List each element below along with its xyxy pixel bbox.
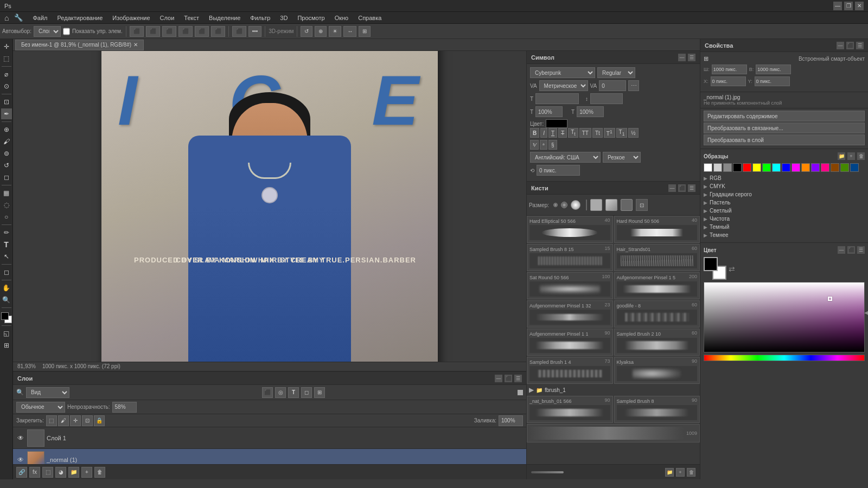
marquee-tool[interactable]: ⬚ <box>1 53 12 64</box>
menu-select[interactable]: Выделение <box>205 14 245 22</box>
color-picker-area[interactable] <box>704 282 865 352</box>
color-menu-btn[interactable]: ☰ <box>857 246 865 254</box>
layer-type-icon[interactable]: T <box>288 387 299 398</box>
swatch-pink[interactable] <box>821 163 829 172</box>
brush-item-sampled8[interactable]: Sampled Brush 8 15 15 <box>527 244 613 271</box>
swatches-add-btn[interactable]: + <box>847 152 855 160</box>
underline-btn[interactable]: T <box>548 128 557 138</box>
swatch-magenta[interactable] <box>792 163 800 172</box>
subscript-btn[interactable]: T1 <box>616 128 628 138</box>
lock-all-btn[interactable]: 🔒 <box>94 415 105 426</box>
swatch-group-rgb[interactable]: ▶ RGB <box>704 174 865 182</box>
swatch-group-gray[interactable]: ▶ Градации серого <box>704 190 865 198</box>
quick-select-tool[interactable]: ⊙ <box>1 81 12 92</box>
color-hue-bar[interactable] <box>704 355 865 361</box>
pen-tool[interactable]: ✏ <box>1 227 12 238</box>
close-button[interactable]: ✕ <box>855 2 864 10</box>
brush-item-nat[interactable]: _nat_brush_01 566 90 <box>527 396 613 423</box>
brushes-menu-btn[interactable]: ☰ <box>688 184 695 192</box>
layer-row-1[interactable]: 👁 Слой 1 <box>13 427 526 449</box>
caps-btn[interactable]: TT <box>579 128 591 138</box>
eyedropper-tool[interactable]: ✒ <box>1 108 12 119</box>
menu-layers[interactable]: Слои <box>156 14 179 22</box>
swatch-blue[interactable] <box>782 163 790 172</box>
mask-mode-btn[interactable]: ◱ <box>1 328 12 339</box>
scale-v-input[interactable] <box>577 106 604 117</box>
crop-tool[interactable]: ⊡ <box>1 97 12 107</box>
bold-btn[interactable]: B <box>530 128 539 138</box>
shape-tool[interactable]: ◻ <box>1 267 12 278</box>
healing-tool[interactable]: ⊕ <box>1 124 12 135</box>
align-middle-btn[interactable]: ⬛ <box>195 26 209 37</box>
opacity-input[interactable] <box>112 402 137 413</box>
brush-circle-xl[interactable] <box>605 199 617 211</box>
add-layer-btn[interactable]: + <box>81 467 92 478</box>
zero-input[interactable] <box>537 165 580 176</box>
menu-file[interactable]: Файл <box>28 14 52 22</box>
brush-circle-l[interactable] <box>590 199 602 211</box>
more-options-btn[interactable]: ••• <box>248 26 262 37</box>
brush-options-btn[interactable]: ⊡ <box>636 199 648 211</box>
swatch-group-dark[interactable]: ▶ Темный <box>704 223 865 231</box>
brush-circle-s[interactable] <box>561 202 567 208</box>
symbol-collapse-btn[interactable]: — <box>678 54 686 61</box>
layer-shape-icon[interactable]: ◻ <box>301 387 312 398</box>
link-layers-btn[interactable]: 🔗 <box>16 467 27 478</box>
fg-color-swatch[interactable] <box>704 257 718 271</box>
lasso-tool[interactable]: ⌀ <box>1 69 12 80</box>
camera-btn[interactable]: ⊕ <box>315 26 327 37</box>
brush-item-goodlife[interactable]: goodlife - 8 60 <box>614 300 700 328</box>
color-reset-btn[interactable]: ⇄ <box>729 265 735 273</box>
type-tool[interactable]: T <box>1 239 12 250</box>
menu-view[interactable]: Просмотр <box>293 14 329 22</box>
clone-tool[interactable]: ⊚ <box>1 148 12 159</box>
move-3d-btn[interactable]: ↔ <box>343 26 356 37</box>
add-style-btn[interactable]: fx <box>29 467 40 478</box>
foreground-color[interactable] <box>1 312 12 323</box>
properties-collapse-btn[interactable]: — <box>837 42 844 49</box>
swatches-delete-btn[interactable]: 🗑 <box>857 152 865 160</box>
brushes-folder-1[interactable]: ▶ 📁 fbrush_1 <box>527 384 700 396</box>
small-caps-btn[interactable]: Tt <box>592 128 603 138</box>
hand-tool[interactable]: ✋ <box>1 282 12 293</box>
italic-btn[interactable]: I <box>540 128 547 138</box>
leading-input[interactable]: (Авто) <box>590 93 623 104</box>
light-btn[interactable]: ☀ <box>329 26 341 37</box>
brush-circle-xs[interactable] <box>553 203 558 207</box>
lock-transparent-btn[interactable]: ⬚ <box>46 415 57 426</box>
strikethrough-btn[interactable]: T <box>558 128 567 138</box>
lock-artboard-btn[interactable]: ⊡ <box>82 415 93 426</box>
swatch-group-darker[interactable]: ▶ Темнее <box>704 231 865 239</box>
properties-menu-btn[interactable]: ☰ <box>856 42 864 49</box>
menu-3d[interactable]: 3D <box>276 14 292 22</box>
eraser-tool[interactable]: ◻ <box>1 172 12 183</box>
lock-position-btn[interactable]: ✛ <box>70 415 81 426</box>
canvas-tab-main[interactable]: Без имени-1 @ 81,9% (_normal (1), RGB/8#… <box>15 40 144 50</box>
brush-circle-xxl[interactable] <box>621 199 633 211</box>
brushes-expand-btn[interactable]: ⬛ <box>678 184 686 192</box>
layers-expand-btn[interactable]: ⬛ <box>505 375 512 382</box>
layer-normal-visibility[interactable]: 👁 <box>16 455 25 464</box>
layers-collapse-btn[interactable]: — <box>495 375 502 382</box>
swatches-add-folder-btn[interactable]: 📁 <box>838 152 845 160</box>
convert-layer-btn[interactable]: Преобразовать в слой <box>704 134 865 145</box>
home-icon[interactable]: ⌂ <box>4 14 9 22</box>
superscript-btn[interactable]: T1 <box>604 128 615 138</box>
canvas-tab-close[interactable]: ✕ <box>133 42 138 48</box>
va-select[interactable]: Метрическое: <box>539 80 588 91</box>
scale-input[interactable] <box>535 106 563 117</box>
swatch-gray[interactable] <box>723 163 732 172</box>
fill-input[interactable] <box>499 415 523 426</box>
brush-item-sampled8-2[interactable]: Sampled Brush 8 90 <box>614 396 700 423</box>
swatch-purple[interactable] <box>811 163 820 172</box>
rotate-btn[interactable]: ↺ <box>301 26 312 37</box>
ligatures-btn[interactable]: ½ <box>628 128 638 138</box>
layer-smart-icon[interactable]: ⊞ <box>314 387 325 398</box>
brush-item-hard-round[interactable]: Hard Round 50 506 40 <box>614 216 700 243</box>
align-center-btn[interactable]: ⬛ <box>146 26 160 37</box>
brushes-collapse-btn[interactable]: — <box>668 184 676 192</box>
swatch-yellow[interactable] <box>752 163 761 172</box>
swatch-black[interactable] <box>733 163 742 172</box>
swatch-brown[interactable] <box>831 163 839 172</box>
menu-filter[interactable]: Фильтр <box>246 14 275 22</box>
